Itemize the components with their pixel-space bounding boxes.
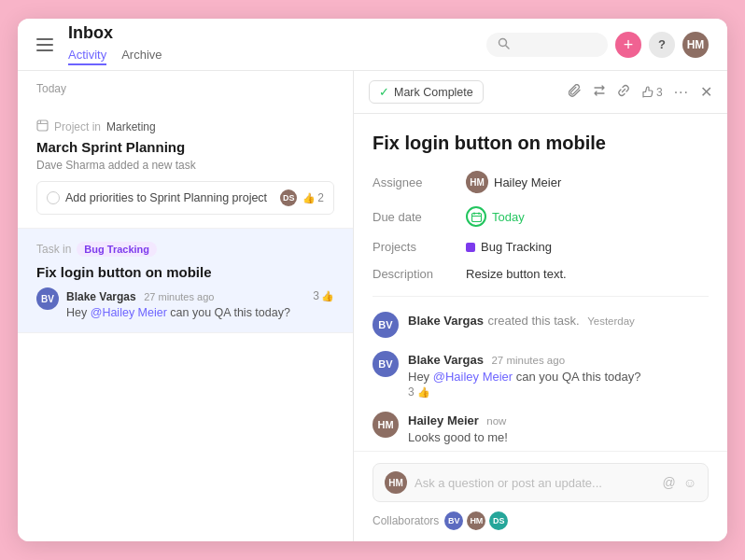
right-panel-body: Fix login button on mobile Assignee HM H…	[354, 114, 727, 451]
link-icon[interactable]	[617, 84, 630, 100]
item2-comment-author: Blake Vargas	[66, 290, 136, 303]
due-date-label: Due date	[372, 210, 466, 224]
item2-comment-avatar: BV	[36, 287, 59, 310]
activity-item-1: BV Blake Vargas created this task. Yeste…	[372, 312, 709, 338]
description-value: Resize button text.	[466, 267, 567, 281]
right-panel-header: ✓ Mark Complete	[354, 71, 727, 114]
activity-text-3: Looks good to me!	[408, 430, 709, 444]
checkmark-icon: ✓	[379, 85, 389, 99]
project-value: Bug Tracking	[466, 240, 552, 254]
reply-input-actions: @ ☺	[662, 475, 696, 490]
project-color-dot	[466, 243, 475, 252]
projects-row: Projects Bug Tracking	[372, 240, 709, 254]
tab-activity[interactable]: Activity	[68, 46, 106, 65]
item1-title: March Sprint Planning	[36, 139, 334, 155]
activity-text-2: Hey @Hailey Meier can you QA this today?	[408, 370, 709, 384]
hamburger-menu-icon[interactable]	[36, 38, 53, 51]
activity-author-1: Blake Vargas	[408, 314, 484, 328]
activity-body-3: Hailey Meier now Looks good to me!	[408, 412, 709, 444]
due-date-text: Today	[492, 210, 525, 224]
project-name: Bug Tracking	[481, 240, 552, 254]
activity-body-2: Blake Vargas 27 minutes ago Hey @Hailey …	[408, 351, 709, 399]
item1-subtitle: Dave Sharma added a new task	[36, 159, 334, 172]
attach-icon[interactable]	[569, 84, 582, 100]
assignee-label: Assignee	[372, 175, 466, 189]
svg-rect-5	[471, 213, 481, 221]
activity-item-2: BV Blake Vargas 27 minutes ago Hey @Hail…	[372, 351, 709, 399]
close-icon[interactable]: ✕	[700, 83, 712, 101]
more-icon[interactable]: ···	[674, 84, 689, 101]
item1-task-meta: DS 👍 2	[280, 189, 324, 206]
assignee-avatar: HM	[466, 171, 488, 193]
activity-time-3: now	[486, 415, 506, 427]
item2-comment-body: Blake Vargas 27 minutes ago Hey @Hailey …	[66, 287, 305, 319]
help-button[interactable]: ?	[649, 32, 675, 58]
mark-complete-button[interactable]: ✓ Mark Complete	[369, 80, 484, 104]
like-icon-2: 👍	[321, 290, 334, 302]
item2-comment-row: BV Blake Vargas 27 minutes ago Hey @Hail…	[36, 287, 334, 319]
section-today-label: Today	[18, 82, 353, 95]
like-count-right: 3	[656, 86, 663, 99]
activity-body-1: Blake Vargas created this task. Yesterda…	[408, 312, 709, 329]
inbox-tabs: Activity Archive	[68, 46, 486, 65]
activity-likes-2: 3 👍	[408, 385, 709, 399]
repeat-icon[interactable]	[593, 84, 606, 100]
activity-time-2: 27 minutes ago	[491, 355, 565, 366]
project-icon	[36, 119, 49, 133]
assignee-value: HM Hailey Meier	[466, 171, 561, 193]
collab-avatar-3: DS	[489, 511, 508, 530]
description-row: Description Resize button text.	[372, 267, 709, 281]
due-date-value[interactable]: Today	[466, 206, 525, 227]
activity-author-2: Blake Vargas	[408, 353, 484, 367]
add-button[interactable]: +	[615, 32, 641, 58]
main-content: Today Project in Marketing March Sprint …	[18, 71, 727, 541]
left-panel: Today Project in Marketing March Sprint …	[18, 71, 354, 541]
projects-label: Projects	[372, 240, 466, 254]
item1-task-assignee-avatar: DS	[280, 189, 297, 206]
top-bar-actions: + ? HM	[486, 32, 709, 58]
svg-line-1	[506, 45, 510, 49]
activity-avatar-1: BV	[372, 312, 399, 338]
activity-author-3: Hailey Meier	[408, 413, 479, 427]
reply-box-area: HM Ask a question or post an update... @…	[354, 451, 727, 541]
item2-comment-text: Hey @Hailey Meier can you QA this today?	[66, 306, 305, 319]
assignee-row: Assignee HM Hailey Meier	[372, 171, 709, 193]
search-box[interactable]	[486, 33, 608, 57]
item1-like-count: 👍 2	[302, 191, 324, 204]
activity-author-line-3: Hailey Meier now	[408, 412, 709, 428]
like-action[interactable]: 3	[641, 86, 663, 99]
activity-divider	[372, 296, 709, 297]
reply-input-row[interactable]: HM Ask a question or post an update... @…	[372, 463, 709, 502]
inbox-item-login[interactable]: Task in Bug Tracking Fix login button on…	[18, 229, 353, 333]
at-icon[interactable]: @	[662, 475, 675, 490]
user-avatar[interactable]: HM	[682, 32, 709, 58]
activity-avatar-2: BV	[372, 351, 399, 377]
like-icon-activity: 👍	[417, 386, 430, 399]
task-main-title: Fix login button on mobile	[372, 133, 709, 154]
item2-context-text: Task in	[36, 243, 71, 256]
activity-mention-2: @Hailey Meier	[433, 370, 513, 384]
right-header-actions: 3 ··· ✕	[569, 83, 712, 101]
reply-input[interactable]: Ask a question or post an update...	[415, 476, 654, 490]
description-label: Description	[372, 267, 466, 281]
item-project-line: Project in Marketing	[36, 119, 334, 133]
calendar-icon	[466, 206, 486, 227]
item-project-name: Marketing	[106, 120, 156, 133]
item2-comment-time: 27 minutes ago	[144, 291, 214, 302]
inbox-item-sprint[interactable]: Project in Marketing March Sprint Planni…	[18, 106, 353, 229]
activity-time-1: Yesterday	[587, 315, 635, 327]
like-icon: 👍	[302, 192, 316, 204]
bug-tracking-tag: Bug Tracking	[77, 242, 157, 257]
item1-task-text: Add priorities to Sprint Planning projec…	[47, 191, 267, 204]
item2-title: Fix login button on mobile	[36, 264, 334, 280]
item2-mention: @Hailey Meier	[91, 306, 167, 319]
collab-avatar-2: HM	[467, 511, 485, 530]
tab-archive[interactable]: Archive	[121, 46, 162, 65]
right-panel: ✓ Mark Complete	[354, 71, 727, 541]
collab-avatar-1: BV	[444, 511, 463, 530]
emoji-icon[interactable]: ☺	[683, 475, 696, 490]
activity-line-1: Blake Vargas created this task. Yesterda…	[408, 312, 709, 329]
inbox-title-group: Inbox Activity Archive	[68, 23, 486, 65]
collaborators-row: Collaborators BV HM DS	[372, 511, 709, 530]
activity-system-text-1: created this task.	[487, 314, 579, 328]
